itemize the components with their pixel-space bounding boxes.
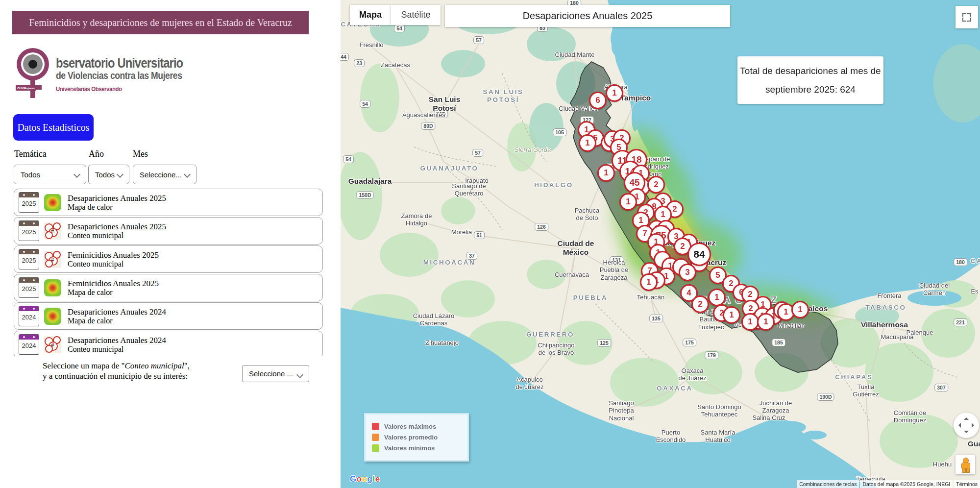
fullscreen-button[interactable] bbox=[956, 6, 978, 28]
google-map[interactable]: 4423545454575770D80D105127150D3751126106… bbox=[341, 0, 980, 488]
total-disappearances-box: Total de desapariciones al mes de septie… bbox=[737, 56, 883, 104]
calendar-icon: 2025 bbox=[19, 220, 39, 241]
layer-card[interactable]: 2025Desapariciones Anuales 2025Conteo mu… bbox=[14, 217, 323, 244]
calendar-icon: 2024 bbox=[19, 334, 39, 355]
layer-title: Desapariciones Anuales 2025 bbox=[68, 222, 166, 231]
arrow-right-icon bbox=[972, 423, 974, 428]
map-attribution: Combinaciones de teclas Datos del mapa ©… bbox=[797, 480, 980, 488]
mes-label: Mes bbox=[133, 149, 148, 159]
mes-select[interactable]: Seleccione... bbox=[133, 165, 196, 184]
map-marker[interactable]: 1 bbox=[597, 164, 615, 182]
keyboard-shortcuts-link[interactable]: Combinaciones de teclas bbox=[797, 480, 859, 488]
tematica-select[interactable]: Todos bbox=[14, 165, 86, 184]
legend-swatch bbox=[372, 444, 379, 452]
tematica-select-value: Todos bbox=[21, 171, 40, 179]
pan-control-button[interactable] bbox=[954, 413, 979, 438]
layer-card[interactable]: 2024Desapariciones Anuales 2024Mapa de c… bbox=[14, 302, 323, 330]
total-line1: Total de desapariciones al mes de bbox=[740, 66, 881, 76]
heatmap-icon bbox=[44, 279, 61, 296]
municipal-count-icon bbox=[44, 222, 61, 240]
map-marker[interactable]: 2 bbox=[691, 295, 709, 313]
calendar-icon: 2025 bbox=[19, 192, 39, 213]
layer-title: Desapariciones Anuales 2024 bbox=[68, 336, 166, 345]
street-view-pegman-button[interactable] bbox=[956, 455, 975, 474]
legend-item: Valores mínimos bbox=[372, 444, 467, 452]
layer-year: 2025 bbox=[19, 254, 39, 267]
map-marker[interactable]: 3 bbox=[679, 264, 696, 281]
layer-year: 2024 bbox=[19, 311, 39, 324]
statistics-button[interactable]: Datos Estadísticos bbox=[13, 114, 94, 141]
map-marker[interactable]: 1 bbox=[757, 313, 775, 331]
layer-title: Feminicidios Anuales 2025 bbox=[68, 279, 159, 288]
map-marker[interactable]: 6 bbox=[589, 92, 607, 109]
layer-subtitle: Conteo municipal bbox=[68, 345, 166, 353]
arrow-up-icon bbox=[964, 417, 969, 420]
layer-list: 2025Desapariciones Anuales 2025Mapa de c… bbox=[14, 189, 323, 356]
layer-year: 2025 bbox=[19, 197, 39, 210]
map-marker[interactable]: 1 bbox=[741, 313, 759, 331]
layer-year: 2024 bbox=[19, 340, 39, 352]
legend-label: Valores mínimos bbox=[384, 444, 435, 452]
map-marker[interactable]: 1 bbox=[791, 301, 809, 318]
chevron-down-icon bbox=[184, 171, 191, 178]
layer-subtitle: Mapa de calor bbox=[68, 203, 166, 211]
legend-item: Valores promedio bbox=[372, 434, 467, 441]
fullscreen-icon bbox=[962, 13, 971, 22]
layer-card[interactable]: 2025Feminicidios Anuales 2025Mapa de cal… bbox=[14, 274, 323, 301]
municipio-select[interactable]: Seleccione ... bbox=[242, 365, 309, 382]
anio-select[interactable]: Todos bbox=[88, 165, 129, 184]
legend-label: Valores máximos bbox=[384, 423, 436, 430]
sidebar: Feminicidios y desapariciones de mujeres… bbox=[0, 0, 341, 488]
logo-badge: OUVMujeres bbox=[16, 85, 36, 91]
layer-card[interactable]: 2025Desapariciones Anuales 2025Mapa de c… bbox=[14, 189, 323, 216]
total-line2: septiembre 2025: 624 bbox=[765, 84, 856, 95]
calendar-icon: 2024 bbox=[19, 306, 39, 326]
municipal-count-icon bbox=[44, 251, 61, 268]
map-marker[interactable]: 1 bbox=[606, 84, 623, 102]
layer-subtitle: Conteo municipal bbox=[68, 260, 159, 268]
layer-year: 2025 bbox=[19, 283, 39, 295]
layer-card[interactable]: 2024Desapariciones Anuales 2024Conteo mu… bbox=[14, 331, 323, 356]
legend-swatch bbox=[372, 423, 379, 430]
layer-year: 2025 bbox=[19, 226, 39, 239]
observatory-logo: OUVMujeres bservatorio Universitario de … bbox=[17, 48, 213, 102]
chevron-down-icon bbox=[296, 371, 303, 378]
logo-title-line1: bservatorio Universitario bbox=[56, 57, 183, 70]
map-overlay-title: Desapariciones Anuales 2025 bbox=[445, 5, 730, 27]
map-marker[interactable]: 84 bbox=[687, 243, 711, 266]
heatmap-icon bbox=[44, 194, 61, 211]
logo-tagline: Universitarias Observando bbox=[56, 85, 183, 93]
map-marker[interactable]: 1 bbox=[619, 193, 637, 211]
legend-swatch bbox=[372, 434, 379, 441]
calendar-icon: 2025 bbox=[19, 277, 39, 298]
heatmap-legend: Valores máximosValores promedioValores m… bbox=[364, 413, 469, 462]
terms-link[interactable]: Términos bbox=[954, 480, 980, 488]
municipal-count-icon bbox=[44, 336, 61, 353]
municipio-prompt: Seleccione un mapa de "Conteo municipal"… bbox=[43, 361, 190, 381]
map-marker[interactable]: 1 bbox=[723, 306, 740, 324]
page-title-banner: Feminicidios y desapariciones de mujeres… bbox=[12, 11, 309, 34]
female-symbol-eye-icon: OUVMujeres bbox=[17, 48, 49, 80]
layer-title: Feminicidios Anuales 2025 bbox=[68, 251, 159, 260]
calendar-icon: 2025 bbox=[19, 249, 39, 269]
map-marker[interactable]: 1 bbox=[640, 273, 658, 291]
logo-title-line2: de Violencias contra las Mujeres bbox=[56, 70, 183, 81]
map-type-button[interactable]: Mapa bbox=[350, 5, 391, 25]
legend-item: Valores máximos bbox=[372, 423, 467, 430]
map-marker[interactable]: 2 bbox=[647, 176, 665, 194]
legend-label: Valores promedio bbox=[384, 434, 438, 441]
layer-title: Desapariciones Anuales 2025 bbox=[68, 194, 166, 203]
satellite-type-button[interactable]: Satélite bbox=[391, 5, 441, 25]
municipio-select-value: Seleccione ... bbox=[249, 369, 293, 378]
google-logo[interactable]: Google bbox=[350, 474, 380, 484]
tematica-label: Temática bbox=[14, 149, 47, 159]
anio-label: Año bbox=[89, 149, 104, 159]
map-marker[interactable]: 1 bbox=[708, 289, 726, 306]
layer-subtitle: Mapa de calor bbox=[68, 288, 159, 296]
map-marker[interactable]: 1 bbox=[579, 134, 596, 152]
layer-subtitle: Conteo municipal bbox=[68, 231, 166, 240]
arrow-left-icon bbox=[958, 423, 961, 428]
layer-subtitle: Mapa de calor bbox=[68, 317, 166, 325]
layer-card[interactable]: 2025Feminicidios Anuales 2025Conteo muni… bbox=[14, 245, 323, 273]
map-data-text: Datos del mapa ©2025 Google, INEGI bbox=[860, 480, 953, 488]
